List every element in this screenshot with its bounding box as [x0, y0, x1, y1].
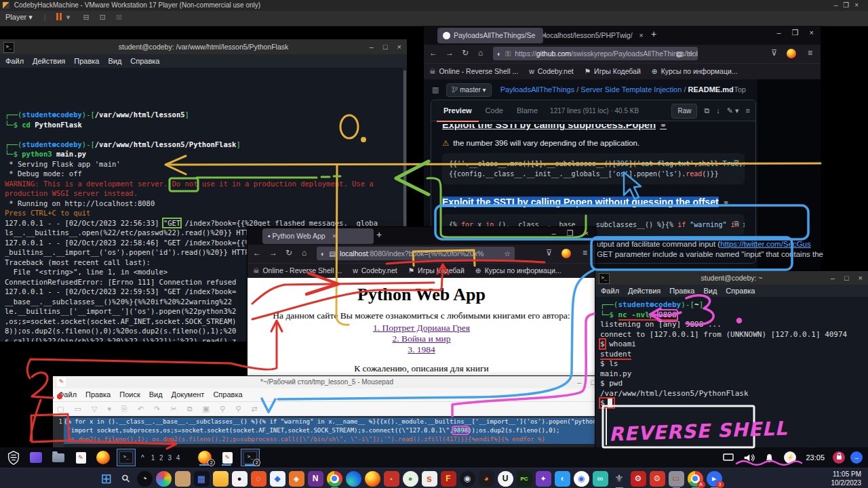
taskbar-icon-start[interactable]: ⊞ — [99, 471, 115, 487]
firefox-running-app[interactable]: 2 — [196, 449, 214, 466]
taskbar-icon-portrait-app[interactable] — [175, 471, 191, 487]
pause-dropdown[interactable]: ▾ — [66, 13, 71, 22]
firefox-launcher-icon[interactable] — [94, 449, 112, 466]
taskbar-icon-virtualbox[interactable]: ◆ — [270, 471, 285, 487]
bookmark-item[interactable]: ☠Online - Reverse Shell ... — [429, 67, 518, 75]
vmware-maximize-button[interactable]: ❒ — [843, 1, 854, 9]
taskbar-icon-teal-app[interactable]: ∞ — [593, 471, 608, 487]
mousepad-editor[interactable]: 1 {% for x in ().__class__.__base__.__su… — [53, 416, 601, 450]
menu-hamburger-icon[interactable]: ≡ — [808, 48, 812, 58]
tab-close-icon[interactable]: × — [332, 232, 336, 240]
taskbar-icon-unreal[interactable]: U — [498, 471, 513, 487]
taskbar-icon-pycharm[interactable]: PC — [517, 471, 532, 487]
minimize-button[interactable]: – — [777, 28, 781, 37]
menu-item[interactable]: Вид — [149, 390, 163, 399]
taskbar-icon-visual-studio[interactable]: ✦ — [536, 471, 551, 487]
menu-item[interactable]: Правка — [74, 57, 99, 65]
home-icon[interactable]: ⌂ — [478, 48, 483, 58]
taskbar-icon-hack-tool-1[interactable]: ⚙ — [631, 471, 646, 487]
taskbar-icon-maps-pin[interactable]: ◉ — [574, 471, 589, 487]
back-icon[interactable]: ← — [429, 48, 437, 58]
bookmark-item[interactable]: wCodeby.net — [353, 266, 397, 274]
new-tab-button[interactable]: + — [651, 28, 656, 39]
anchor-link-icon[interactable]: ⚭ — [660, 124, 667, 130]
menu-item[interactable]: Правка — [669, 287, 694, 295]
home-icon[interactable]: ⌂ — [302, 248, 307, 258]
maximize-button[interactable]: ❒ — [792, 28, 799, 37]
close-button[interactable]: × — [397, 43, 401, 51]
notification-bell-icon[interactable] — [764, 453, 774, 463]
bookmark-item[interactable]: ⊕Курсы по информаци... — [652, 67, 738, 75]
taskbar-icon-orange-tool[interactable]: ◈ — [289, 471, 304, 487]
tab-payloadsallthethings[interactable]: PayloadsAllTheThings/Se× — [437, 28, 543, 43]
menu-item[interactable]: Поиск — [119, 390, 140, 399]
edit-pencil-icon[interactable]: ✎ ▾ — [727, 106, 739, 115]
forward-icon[interactable]: → — [269, 248, 277, 258]
firefox-account-icon[interactable] — [561, 249, 571, 258]
taskbar-icon-speedtest[interactable]: ◔ — [137, 471, 153, 487]
terminal-output[interactable]: ┌──(student⊛codeby)-[~]└─$ nc -nvlp 9898… — [595, 297, 868, 447]
linux-clock[interactable]: 23:05 — [806, 453, 825, 462]
taskbar-icon-red-app[interactable]: ▪ — [384, 471, 399, 487]
copy-code-icon[interactable]: ⧉ — [734, 157, 739, 167]
bookmark-item[interactable]: ⚑Игры Кодебай — [585, 67, 641, 75]
menu-item[interactable]: Справка — [130, 57, 159, 65]
taskbar-icon-edge[interactable] — [346, 471, 361, 487]
reload-icon[interactable]: ↻ — [285, 248, 292, 258]
update-tray-icon[interactable]: → — [850, 451, 863, 464]
taskbar-icon-onenote[interactable]: N — [308, 471, 323, 487]
url-bar[interactable]: ◐ ⚿ https://github.com/swisskyrepo/Paylo… — [493, 47, 698, 60]
taskbar-icon-pinned-app[interactable]: ▶3 — [707, 471, 722, 487]
taskbar-icon-adobe[interactable]: F — [441, 471, 456, 487]
pocket-icon[interactable]: ⊽ — [546, 248, 552, 258]
bookmark-item[interactable]: ⚑Игры Кодебай — [408, 266, 465, 274]
minimize-button[interactable]: – — [370, 43, 374, 51]
pocket-icon[interactable]: ⊽ — [771, 48, 777, 58]
taskbar-icon-sublime[interactable]: s — [422, 471, 437, 487]
terminal-running-app[interactable]: >_2 — [241, 449, 260, 466]
mousepad-launcher-icon[interactable]: ✎ — [72, 449, 90, 466]
menu-item[interactable]: Документ — [172, 390, 205, 399]
taskbar-icon-remote-desktop[interactable]: ▭ — [669, 471, 684, 487]
close-button[interactable]: × — [810, 28, 814, 37]
branch-selector[interactable]: master ▾ — [446, 83, 491, 97]
taskbar-icon-file-explorer[interactable] — [213, 471, 229, 487]
file-manager-icon[interactable] — [50, 449, 67, 466]
bookmark-item[interactable]: ⊕Курсы по информаци... — [475, 266, 561, 274]
breadcrumb-dir-link[interactable]: Server Side Template Injection — [580, 85, 682, 94]
close-button[interactable]: × — [859, 274, 863, 282]
firefox-account-icon[interactable] — [787, 49, 796, 58]
mousepad-toolbar[interactable]: ▢ ▭ ▽ ▾ ⎘ ↶ ↷ ✂ ⧉ ▣ ⚲ ⚲ ⇄ — [53, 402, 601, 416]
back-icon[interactable]: ← — [253, 248, 261, 258]
maximize-button[interactable]: □ — [591, 378, 595, 386]
breadcrumb-repo-link[interactable]: PayloadsAllTheThings — [500, 85, 574, 94]
reload-icon[interactable]: ↻ — [462, 48, 469, 58]
forward-icon[interactable]: → — [446, 48, 454, 58]
menu-item[interactable]: Файл — [601, 287, 619, 295]
taskbar-icon-search[interactable]: ⚲ — [118, 471, 134, 487]
taskbar-icon-camera-app[interactable]: ◉ — [460, 471, 475, 487]
book-link-2[interactable]: 2. Война и мир — [248, 333, 595, 344]
tab-code[interactable]: Code — [479, 100, 510, 121]
minimize-button[interactable]: – — [831, 274, 835, 282]
tab-blame[interactable]: Blame — [510, 100, 545, 121]
menu-item[interactable]: Справка — [726, 287, 755, 295]
tracking-shield-icon[interactable]: ◐ — [321, 249, 325, 258]
power-manager-icon[interactable]: ⚡ — [784, 451, 796, 464]
anchor-link-icon[interactable]: ⚭ — [723, 198, 730, 207]
pause-vm-button[interactable] — [56, 13, 63, 22]
keepass-tray-icon[interactable] — [833, 451, 845, 464]
vmware-minimize-button[interactable]: – — [834, 1, 844, 9]
tracking-shield-icon[interactable]: ◐ — [497, 49, 501, 58]
url-bar[interactable]: ◐ ▤ localhost:8080/index?book={%%20for%2… — [317, 247, 515, 260]
bookmark-item[interactable]: wCodeby.net — [529, 67, 574, 75]
taskbar-icon-chrome-profile[interactable]: A — [688, 471, 703, 487]
maximize-button[interactable]: □ — [383, 43, 388, 51]
taskbar-icon-ubuntu[interactable]: ◌ — [251, 471, 267, 487]
send-ctrl-alt-del-icon[interactable]: ⊟ — [83, 13, 89, 22]
minimize-button[interactable]: – — [552, 229, 556, 237]
menu-item[interactable]: Действия — [33, 57, 65, 65]
book-link-3[interactable]: 3. 1984 — [248, 344, 595, 355]
taskbar-icon-photos[interactable] — [156, 471, 172, 487]
top-link[interactable]: ↑ Top — [728, 79, 746, 100]
